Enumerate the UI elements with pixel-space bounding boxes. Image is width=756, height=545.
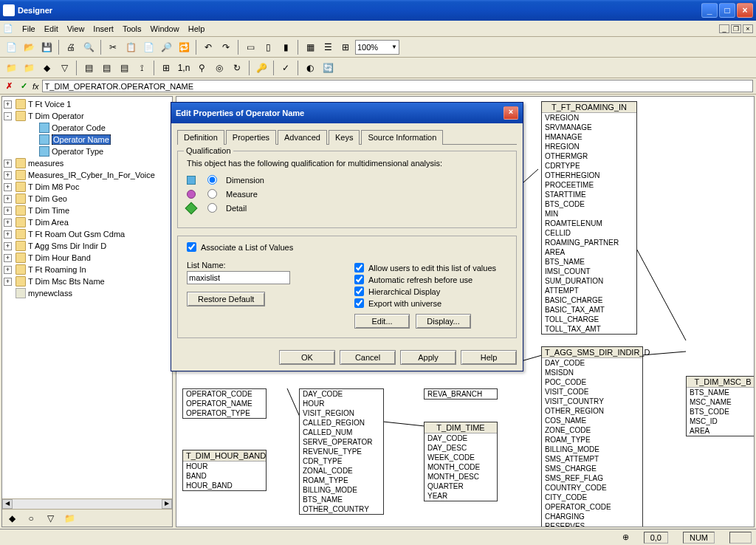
- tree-expand-icon[interactable]: +: [4, 219, 12, 227]
- restore-default-button[interactable]: Restore Default: [187, 292, 265, 306]
- new-button[interactable]: 📄: [3, 39, 19, 55]
- table-column[interactable]: QUARTER: [425, 481, 497, 491]
- table-column[interactable]: TOLL_TAX_AMT: [542, 324, 636, 334]
- table-column[interactable]: DAY_CODE: [425, 433, 497, 443]
- mdi-minimize[interactable]: _: [719, 24, 729, 33]
- table-msc-b[interactable]: T_DIM_MSC_B BTS_NAMEMSC_NAMEBTS_CODEMSC_…: [686, 376, 755, 436]
- query-panel-button[interactable]: ◐: [302, 60, 318, 76]
- menu-view[interactable]: View: [63, 23, 89, 35]
- tree-item[interactable]: Operator Type: [4, 145, 171, 157]
- table-column[interactable]: SMS_ATTEMPT: [542, 454, 642, 464]
- table-column[interactable]: COUNTRY_CODE: [542, 483, 642, 493]
- insert-condition-button[interactable]: ▽: [56, 60, 72, 76]
- window-close-button[interactable]: ×: [737, 3, 753, 18]
- window-maximize-button[interactable]: □: [719, 3, 735, 18]
- table-column[interactable]: ROAM_TYPE: [542, 435, 642, 445]
- table-column[interactable]: BILLING_MODE: [542, 445, 642, 454]
- insert-derived-button[interactable]: ▤: [98, 60, 114, 76]
- tree-item[interactable]: +T Dim Area: [4, 216, 171, 228]
- table-column[interactable]: HOUR_BAND: [183, 481, 266, 490]
- table-column[interactable]: REVA_BRANCH: [425, 389, 497, 399]
- tree-item[interactable]: +T Agg Sms Dir Indir D: [4, 240, 171, 252]
- table-column[interactable]: MSISDN: [542, 368, 642, 377]
- insert-object-button[interactable]: ◆: [38, 60, 55, 76]
- table-voice-cols[interactable]: DAY_CODEHOURVISIT_REGIONCALLED_REGIONCAL…: [299, 388, 384, 515]
- insert-join-button[interactable]: ⟟: [134, 60, 150, 76]
- table-column[interactable]: MONTH_DESC: [425, 472, 497, 481]
- checkbox-associate-lov[interactable]: [187, 242, 196, 252]
- table-column[interactable]: DAY_DESC: [425, 443, 497, 453]
- table-column[interactable]: BASIC_CHARGE: [542, 295, 636, 305]
- table-column[interactable]: REVENUE_TYPE: [300, 447, 383, 456]
- list-name-input[interactable]: [187, 271, 290, 284]
- scroll-right-button[interactable]: ▶: [162, 499, 172, 509]
- detect-loops-button[interactable]: ↻: [229, 60, 245, 76]
- tree-item[interactable]: +T Dim Msc Bts Name: [4, 275, 171, 287]
- table-column[interactable]: OPERATOR_CODE: [183, 389, 266, 399]
- table-column[interactable]: MSC_ID: [687, 417, 755, 426]
- table-column[interactable]: CDRTYPE: [542, 161, 636, 171]
- table-column[interactable]: DAY_CODE: [542, 358, 642, 368]
- table-column[interactable]: BAND: [183, 471, 266, 481]
- mdi-close[interactable]: ×: [743, 24, 753, 33]
- view-structure-button[interactable]: ⊞: [337, 39, 354, 55]
- parameters-button[interactable]: 🔑: [253, 60, 269, 76]
- table-column[interactable]: ROAM_TYPE: [300, 476, 383, 485]
- tree-expand-icon[interactable]: +: [4, 160, 12, 168]
- undo-button[interactable]: ↶: [200, 39, 216, 55]
- table-column[interactable]: WEEK_CODE: [425, 453, 497, 462]
- open-button[interactable]: 📂: [21, 39, 37, 55]
- replace-button[interactable]: 🔁: [176, 39, 192, 55]
- table-column[interactable]: HMANAGE: [542, 132, 636, 142]
- insert-subclass-button[interactable]: 📁: [21, 60, 37, 76]
- table-column[interactable]: ATTEMPT: [542, 286, 636, 295]
- tab-definition[interactable]: Definition: [177, 130, 224, 145]
- cut-button[interactable]: ✂: [105, 39, 121, 55]
- tree-item[interactable]: +T Ft Roaming In: [4, 264, 171, 275]
- filter-classes-icon[interactable]: ◆: [4, 510, 20, 527]
- tree-item[interactable]: -T Dim Operator: [4, 110, 171, 122]
- table-column[interactable]: VISIT_COUNTRY: [542, 397, 642, 406]
- menu-insert[interactable]: Insert: [89, 23, 118, 35]
- table-agg-sms[interactable]: T_AGG_SMS_DIR_INDIR_D DAY_CODEMSISDNPOC_…: [541, 346, 643, 527]
- table-dim-time[interactable]: T_DIM_TIME DAY_CODEDAY_DESCWEEK_CODEMONT…: [424, 422, 498, 501]
- detect-contexts-button[interactable]: ◎: [211, 60, 227, 76]
- window-minimize-button[interactable]: _: [701, 3, 718, 18]
- insert-class-button[interactable]: 📁: [3, 60, 19, 76]
- menu-file[interactable]: File: [18, 23, 40, 35]
- radio-detail[interactable]: [207, 203, 217, 213]
- tree-item[interactable]: mynewclass: [4, 287, 171, 299]
- insert-alias-button[interactable]: ▤: [116, 60, 132, 76]
- table-column[interactable]: DAY_CODE: [300, 389, 383, 399]
- redo-button[interactable]: ↷: [218, 39, 234, 55]
- radio-measure[interactable]: [207, 189, 217, 199]
- table-column[interactable]: PROCEETIME: [542, 180, 636, 190]
- tree-item[interactable]: +T Dim Time: [4, 205, 171, 216]
- tree-item[interactable]: +T Ft Roam Out Gsm Cdma: [4, 228, 171, 240]
- mdi-system-icon[interactable]: 📄: [3, 24, 13, 34]
- table-column[interactable]: HOUR: [183, 462, 266, 471]
- dialog-titlebar[interactable]: Edit Properties of Operator Name ×: [171, 103, 523, 123]
- table-column[interactable]: SMS_CHARGE: [542, 464, 642, 473]
- checkbox-allow-edit[interactable]: [354, 263, 364, 272]
- save-button[interactable]: 💾: [38, 39, 55, 55]
- table-hour-band[interactable]: T_DIM_HOUR_BAND HOURBANDHOUR_BAND: [182, 450, 267, 491]
- table-column[interactable]: TOLL_CHARGE: [542, 315, 636, 324]
- table-column[interactable]: CITY_CODE: [542, 493, 642, 502]
- apply-button[interactable]: Apply: [400, 350, 456, 365]
- table-column[interactable]: VREGION: [542, 113, 636, 123]
- table-column[interactable]: BTS_CODE: [542, 199, 636, 209]
- tree-item[interactable]: +T Ft Voice 1: [4, 98, 171, 110]
- tree-item[interactable]: +T Dim Hour Band: [4, 252, 171, 264]
- dialog-close-button[interactable]: ×: [504, 106, 518, 120]
- display-lov-button[interactable]: Display...: [416, 314, 471, 329]
- menu-tools[interactable]: Tools: [118, 23, 146, 35]
- table-column[interactable]: SRVMANAGE: [542, 123, 636, 132]
- menu-edit[interactable]: Edit: [40, 23, 63, 35]
- tab-properties[interactable]: Properties: [226, 130, 276, 145]
- table-column[interactable]: COS_NAME: [542, 416, 642, 425]
- table-column[interactable]: YEAR: [425, 491, 497, 501]
- table-roaming-in[interactable]: T_FT_ROAMING_IN VREGIONSRVMANAGEHMANAGEH…: [541, 101, 637, 335]
- view-tables-button[interactable]: ▦: [302, 39, 318, 55]
- ok-button[interactable]: OK: [279, 350, 335, 365]
